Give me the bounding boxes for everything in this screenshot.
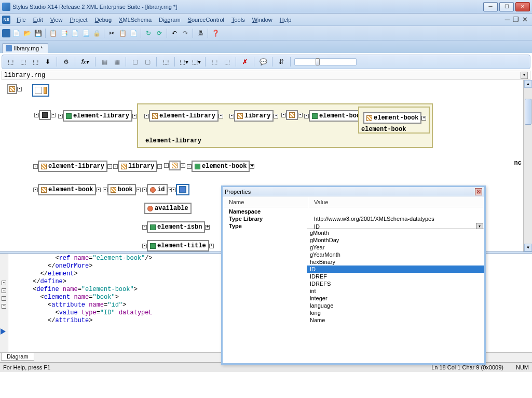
opt-id[interactable]: ID xyxy=(307,266,484,273)
expand-handle[interactable]: - xyxy=(17,87,22,91)
opt-long[interactable]: long xyxy=(307,309,484,316)
prop-namespace-value[interactable] xyxy=(309,208,483,215)
n-seq2[interactable] xyxy=(169,161,181,170)
save-icon[interactable]: 💾 xyxy=(33,28,43,38)
redo-icon[interactable]: ↷ xyxy=(180,28,190,38)
st-1[interactable]: ⬚ xyxy=(5,57,16,67)
properties-close-button[interactable]: ⊠ xyxy=(475,188,482,195)
st-13[interactable]: ⬚ xyxy=(209,57,220,67)
menu-sourcecontrol[interactable]: SourceControl xyxy=(185,16,227,24)
menu-debug[interactable]: Debug xyxy=(92,16,115,24)
st-8[interactable]: ▢ xyxy=(130,57,140,67)
lock-icon[interactable]: 🔒 xyxy=(91,28,102,38)
n-library[interactable]: library xyxy=(234,110,274,122)
sort-icon[interactable]: ⇵ xyxy=(276,57,287,67)
opt-gyear[interactable]: gYear xyxy=(307,244,484,251)
r3h9[interactable]: + xyxy=(205,225,210,230)
mdi-minimize[interactable]: ─ xyxy=(505,16,510,23)
r3h1[interactable]: - xyxy=(33,188,38,192)
n-id[interactable]: id xyxy=(147,184,168,195)
opt-gmonth[interactable]: gMonth xyxy=(307,229,484,236)
h1[interactable]: - xyxy=(34,113,39,117)
minimize-button[interactable]: ─ xyxy=(483,2,498,11)
menu-file[interactable]: File xyxy=(13,16,29,24)
r2h5[interactable]: - xyxy=(164,163,169,168)
st-7[interactable]: ▦ xyxy=(112,57,122,67)
diagram-scroll[interactable]: ▲ ▼ xyxy=(523,80,532,251)
opt-hexbinary[interactable]: hexBinary xyxy=(307,258,484,266)
scroll-thumb[interactable] xyxy=(525,99,531,125)
r2h7[interactable]: - xyxy=(187,164,192,169)
undo-icon[interactable]: ↶ xyxy=(169,28,180,38)
h5[interactable]: - xyxy=(144,114,149,118)
print-icon[interactable]: 🖶 xyxy=(195,28,206,38)
opt-gmonthday[interactable]: gMonthDay xyxy=(307,236,484,244)
opt-integer[interactable]: integer xyxy=(307,295,484,302)
st-9[interactable]: ▢ xyxy=(142,57,153,67)
r3h5[interactable]: - xyxy=(142,188,147,192)
new-icon[interactable]: 📄 xyxy=(11,28,21,38)
h9[interactable]: - xyxy=(281,113,286,117)
n-seq[interactable] xyxy=(286,110,298,120)
r2h1[interactable]: - xyxy=(33,164,38,169)
h10[interactable]: - xyxy=(298,113,303,117)
h8[interactable]: - xyxy=(274,114,278,118)
menu-diagram[interactable]: Diagram xyxy=(156,16,184,24)
tb-4[interactable]: 📃 xyxy=(80,28,91,38)
scroll-down[interactable]: ▼ xyxy=(524,244,532,251)
n-available[interactable]: available xyxy=(144,203,192,214)
refresh-icon[interactable]: ↻ xyxy=(143,28,154,38)
r2h8[interactable]: + xyxy=(250,164,254,169)
r2h4[interactable]: - xyxy=(157,164,162,169)
opt-gyearmonth[interactable]: gYearMonth xyxy=(307,251,484,258)
n-el-book-ref[interactable]: element-book xyxy=(363,112,421,124)
opt-idref[interactable]: IDREF xyxy=(307,273,484,280)
n-book[interactable]: book xyxy=(107,184,136,195)
fold-3[interactable]: - xyxy=(2,296,6,301)
st-11[interactable]: ⬚▾ xyxy=(179,57,189,67)
n-el-isbn[interactable]: element-isbn xyxy=(147,221,205,233)
n-el-lib3[interactable]: element-library xyxy=(38,161,107,172)
root-choice-node[interactable] xyxy=(7,84,17,94)
menu-tools[interactable]: Tools xyxy=(228,16,248,24)
path-dropdown[interactable]: ▾ xyxy=(521,72,528,79)
n-el-lib2[interactable]: element-library xyxy=(149,110,219,122)
opt-int[interactable]: int xyxy=(307,287,484,295)
delete-icon[interactable]: ✗ xyxy=(240,57,250,67)
close-button[interactable]: ✕ xyxy=(515,2,530,11)
opt-language[interactable]: language xyxy=(307,302,484,309)
opt-name[interactable]: Name xyxy=(307,316,484,324)
fold-1[interactable]: - xyxy=(2,281,6,285)
st-4[interactable]: ⬇ xyxy=(43,57,53,67)
selected-view-node[interactable] xyxy=(32,84,49,97)
help-icon[interactable]: ❓ xyxy=(210,28,221,38)
fold-2[interactable]: - xyxy=(2,288,6,293)
menu-window[interactable]: Window xyxy=(249,16,276,24)
r3h10[interactable]: - xyxy=(142,244,147,248)
st-14[interactable]: ⬚ xyxy=(222,57,232,67)
comment-icon[interactable]: 💬 xyxy=(258,57,268,67)
r3h3[interactable]: - xyxy=(103,188,107,192)
cut-icon[interactable]: ✂ xyxy=(106,28,117,38)
h4[interactable]: - xyxy=(132,114,137,118)
h3[interactable]: - xyxy=(58,114,63,118)
h11[interactable]: - xyxy=(304,114,309,118)
h6[interactable]: - xyxy=(219,114,223,118)
n-el-title[interactable]: element-title xyxy=(147,240,209,251)
st-2[interactable]: ⬚ xyxy=(18,57,28,67)
menu-view[interactable]: View xyxy=(47,16,66,24)
n-id-type[interactable] xyxy=(176,184,189,195)
copy-icon[interactable]: 📋 xyxy=(117,28,128,38)
refresh2-icon[interactable]: ⟳ xyxy=(154,28,165,38)
fold-4[interactable]: - xyxy=(2,304,6,309)
r3h2[interactable]: - xyxy=(96,188,101,192)
r2h6[interactable]: - xyxy=(181,163,185,168)
zoom-slider[interactable] xyxy=(294,58,357,65)
open-icon[interactable]: 📂 xyxy=(22,28,32,38)
st-fx[interactable]: fx ▾ xyxy=(79,57,91,67)
st-12[interactable]: ⬚▾ xyxy=(191,57,201,67)
scroll-up[interactable]: ▲ xyxy=(524,80,532,88)
r3h8[interactable]: - xyxy=(142,225,147,230)
n-el-book2[interactable]: element-book xyxy=(192,161,250,172)
menu-xmlschema[interactable]: XMLSchema xyxy=(116,16,155,24)
